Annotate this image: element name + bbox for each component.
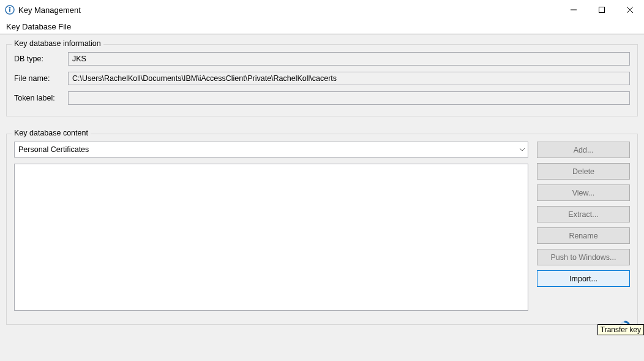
dropdown-selected-text: Personal Certificates: [18, 145, 517, 154]
db-type-label: DB type:: [14, 55, 68, 63]
menu-key-database-file[interactable]: Key Database File: [4, 21, 73, 32]
svg-rect-4: [599, 7, 605, 13]
app-icon: [5, 5, 15, 15]
certificate-listbox[interactable]: [14, 164, 528, 311]
db-type-row: DB type:: [14, 52, 630, 66]
file-name-label: File name:: [14, 74, 68, 83]
db-type-field[interactable]: [68, 52, 630, 66]
push-to-windows-button[interactable]: Push to Windows...: [537, 249, 630, 265]
key-database-content-group: Key database content Personal Certificat…: [6, 134, 638, 325]
delete-button[interactable]: Delete: [537, 163, 630, 180]
import-button[interactable]: Import...: [537, 270, 630, 287]
chevron-down-icon: [517, 148, 528, 151]
group-legend-db-info: Key database information: [12, 39, 103, 48]
token-label-row: Token label:: [14, 91, 630, 105]
window-titlebar: Key Management: [0, 0, 644, 20]
token-label-label: Token label:: [14, 94, 68, 102]
svg-point-1: [9, 7, 11, 9]
tooltip-transfer-key: Transfer key: [597, 324, 644, 335]
panel-area: Key database information DB type: File n…: [0, 34, 644, 361]
extract-button[interactable]: Extract...: [537, 206, 630, 222]
maximize-button[interactable]: [588, 0, 616, 20]
group-legend-content: Key database content: [12, 129, 91, 137]
certificate-category-dropdown[interactable]: Personal Certificates: [14, 142, 528, 158]
rename-button[interactable]: Rename: [537, 227, 630, 244]
add-button[interactable]: Add...: [537, 142, 630, 158]
window-controls: [560, 0, 644, 20]
file-name-field[interactable]: [68, 72, 630, 85]
window-title: Key Management: [18, 6, 560, 15]
menubar: Key Database File: [0, 20, 644, 34]
view-button[interactable]: View...: [537, 184, 630, 201]
close-button[interactable]: [616, 0, 644, 20]
minimize-button[interactable]: [560, 0, 588, 20]
key-database-information-group: Key database information DB type: File n…: [6, 44, 638, 116]
svg-rect-2: [9, 9, 10, 12]
token-label-field[interactable]: [68, 91, 630, 105]
file-name-row: File name:: [14, 72, 630, 85]
